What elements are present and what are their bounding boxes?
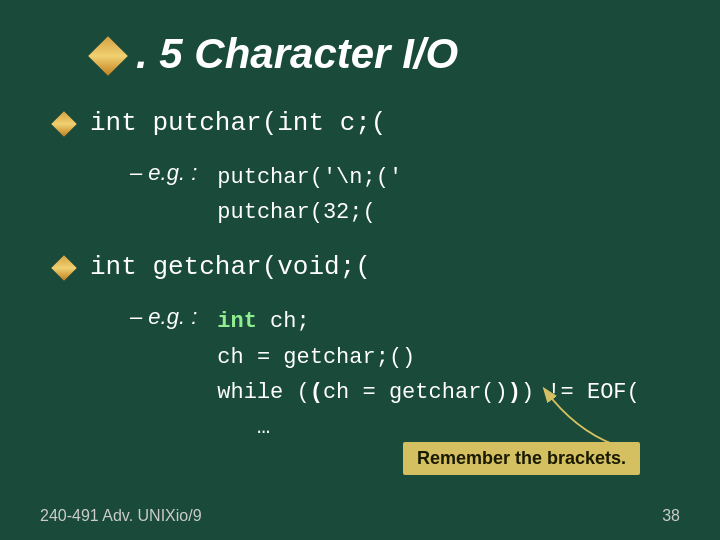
slide-container: . 5 Character I/O int putchar(int c;( – … (0, 0, 720, 540)
footer-right: 38 (662, 507, 680, 525)
remember-box: Remember the brackets. (403, 442, 640, 475)
slide-title: . 5 Character I/O (40, 30, 680, 78)
bullet-putchar: int putchar(int c;( (50, 108, 680, 140)
arrow-icon (515, 370, 635, 450)
bullet-diamond-2 (50, 254, 80, 284)
putchar-code-line-1: putchar('\n;(' (217, 160, 402, 195)
putchar-example: – e.g. : putchar('\n;(' putchar(32;( (130, 160, 680, 230)
title-text: . 5 Character I/O (136, 30, 458, 78)
getchar-code-line-1: int ch; (217, 304, 640, 339)
title-diamond-icon (90, 38, 126, 74)
eg-label-1: – e.g. : (130, 160, 197, 186)
eg-label-2: – e.g. : (130, 304, 197, 330)
getchar-signature: int getchar(void;( (90, 252, 371, 282)
bullet-getchar: int getchar(void;( (50, 252, 680, 284)
bullet-diamond-1 (50, 110, 80, 140)
remember-text: Remember the brackets. (417, 448, 626, 468)
putchar-code-line-2: putchar(32;( (217, 195, 402, 230)
section-putchar: int putchar(int c;( – e.g. : putchar('\n… (50, 108, 680, 230)
footer-left: 240-491 Adv. UNIXio/9 (40, 507, 202, 525)
putchar-code: putchar('\n;(' putchar(32;( (217, 160, 402, 230)
footer: 240-491 Adv. UNIXio/9 38 (40, 507, 680, 525)
putchar-signature: int putchar(int c;( (90, 108, 386, 138)
